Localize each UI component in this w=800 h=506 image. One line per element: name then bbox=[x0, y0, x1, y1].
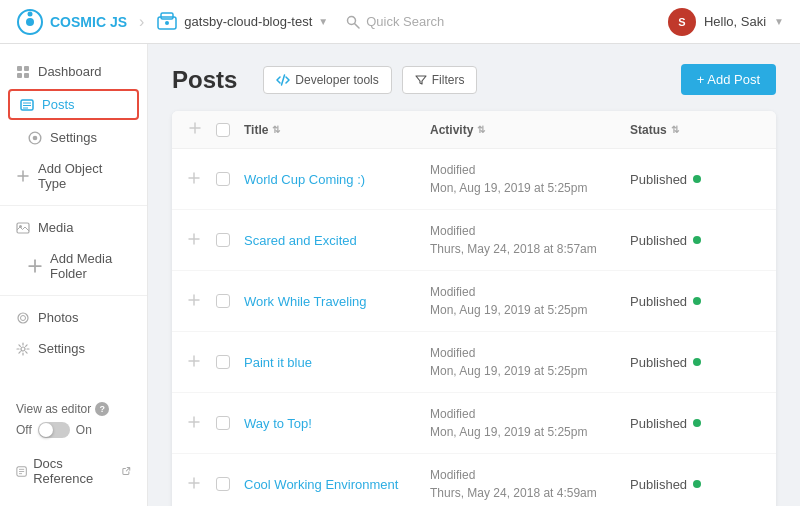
table-row: Work While Traveling Modified Mon, Aug 1… bbox=[172, 271, 776, 332]
table-add-icon[interactable] bbox=[188, 121, 208, 138]
settings-icon2 bbox=[16, 342, 30, 356]
row-title[interactable]: Scared and Excited bbox=[244, 233, 430, 248]
status-dot bbox=[693, 297, 701, 305]
row-title[interactable]: World Cup Coming :) bbox=[244, 172, 430, 187]
row-activity: Modified Mon, Aug 19, 2019 at 5:25pm bbox=[430, 283, 630, 319]
help-icon[interactable]: ? bbox=[95, 402, 109, 416]
nav-divider: › bbox=[139, 13, 144, 31]
filters-button[interactable]: Filters bbox=[402, 66, 478, 94]
row-activity: Modified Thurs, May 24, 2018 at 4:59am bbox=[430, 466, 630, 502]
row-status: Published bbox=[630, 233, 760, 248]
avatar[interactable]: S bbox=[668, 8, 696, 36]
page-header: Posts Developer tools Filters bbox=[172, 64, 776, 95]
table-header: Title ⇅ Activity ⇅ Status ⇅ bbox=[172, 111, 776, 149]
row-add-icon[interactable] bbox=[188, 476, 208, 492]
row-checkbox[interactable] bbox=[216, 477, 244, 491]
docs-ref-label: Docs Reference bbox=[33, 456, 113, 486]
row-title[interactable]: Way to Top! bbox=[244, 416, 430, 431]
add-object-type-icon bbox=[16, 169, 30, 183]
status-sort-icon[interactable]: ⇅ bbox=[671, 124, 679, 135]
row-title[interactable]: Work While Traveling bbox=[244, 294, 430, 309]
sidebar-item-label: Add Media Folder bbox=[50, 251, 131, 281]
row-activity: Modified Mon, Aug 19, 2019 at 5:25pm bbox=[430, 344, 630, 380]
select-all-checkbox[interactable] bbox=[216, 123, 230, 137]
status-dot bbox=[693, 419, 701, 427]
svg-rect-4 bbox=[161, 13, 173, 19]
top-navigation: COSMIC JS › gatsby-cloud-blog-test ▼ Qui… bbox=[0, 0, 800, 44]
row-checkbox[interactable] bbox=[216, 416, 244, 430]
sidebar-item-media[interactable]: Media bbox=[0, 212, 147, 243]
svg-line-31 bbox=[282, 75, 285, 85]
row-checkbox[interactable] bbox=[216, 233, 244, 247]
view-editor-label: View as editor ? bbox=[16, 402, 131, 416]
toggle-row: Off On bbox=[16, 422, 131, 438]
dev-tools-icon bbox=[276, 73, 290, 87]
row-checkbox[interactable] bbox=[216, 172, 244, 186]
row-add-icon[interactable] bbox=[188, 293, 208, 309]
view-as-editor-section: View as editor ? Off On bbox=[0, 392, 147, 448]
svg-rect-8 bbox=[17, 66, 22, 71]
svg-point-24 bbox=[18, 313, 28, 323]
table-header-check bbox=[216, 123, 244, 137]
svg-point-2 bbox=[28, 11, 33, 16]
developer-tools-button[interactable]: Developer tools bbox=[263, 66, 391, 94]
sidebar-item-label: Dashboard bbox=[38, 64, 102, 79]
svg-rect-11 bbox=[24, 73, 29, 78]
row-status: Published bbox=[630, 355, 760, 370]
sidebar-item-settings[interactable]: Settings bbox=[0, 122, 147, 153]
dev-tools-label: Developer tools bbox=[295, 73, 378, 87]
col-header-activity: Activity ⇅ bbox=[430, 123, 630, 137]
svg-point-26 bbox=[21, 347, 25, 351]
status-label: Published bbox=[630, 416, 687, 431]
docs-reference-link[interactable]: Docs Reference bbox=[0, 448, 147, 494]
activity-sort-icon[interactable]: ⇅ bbox=[477, 124, 485, 135]
row-title[interactable]: Cool Working Environment bbox=[244, 477, 430, 492]
table-body: World Cup Coming :) Modified Mon, Aug 19… bbox=[172, 149, 776, 506]
main-content: Posts Developer tools Filters bbox=[148, 44, 800, 506]
sidebar-item-photos[interactable]: Photos bbox=[0, 302, 147, 333]
row-title[interactable]: Paint it blue bbox=[244, 355, 430, 370]
title-sort-icon[interactable]: ⇅ bbox=[272, 124, 280, 135]
page-title: Posts bbox=[172, 66, 237, 94]
table-row: Paint it blue Modified Mon, Aug 19, 2019… bbox=[172, 332, 776, 393]
bucket-caret-icon: ▼ bbox=[318, 16, 328, 27]
sidebar-item-add-media-folder[interactable]: Add Media Folder bbox=[0, 243, 147, 289]
docs-icon bbox=[16, 465, 27, 478]
svg-point-1 bbox=[26, 18, 34, 26]
row-status: Published bbox=[630, 172, 760, 187]
filters-icon bbox=[415, 74, 427, 86]
layout: Dashboard Posts Settings Add Object bbox=[0, 44, 800, 506]
row-activity: Modified Thurs, May 24, 2018 at 8:57am bbox=[430, 222, 630, 258]
status-dot bbox=[693, 480, 701, 488]
bucket-selector[interactable]: gatsby-cloud-blog-test ▼ bbox=[156, 11, 328, 33]
search-bar[interactable]: Quick Search bbox=[346, 14, 444, 29]
view-editor-toggle[interactable] bbox=[38, 422, 70, 438]
row-checkbox[interactable] bbox=[216, 294, 244, 308]
logo[interactable]: COSMIC JS bbox=[16, 8, 127, 36]
svg-point-5 bbox=[165, 21, 169, 25]
row-checkbox[interactable] bbox=[216, 355, 244, 369]
sidebar-item-posts[interactable]: Posts bbox=[8, 89, 139, 120]
sidebar-item-label: Settings bbox=[50, 130, 97, 145]
sidebar-item-dashboard[interactable]: Dashboard bbox=[0, 56, 147, 87]
row-status: Published bbox=[630, 477, 760, 492]
row-add-icon[interactable] bbox=[188, 354, 208, 370]
sidebar-item-label: Photos bbox=[38, 310, 78, 325]
table-row: World Cup Coming :) Modified Mon, Aug 19… bbox=[172, 149, 776, 210]
row-add-icon[interactable] bbox=[188, 171, 208, 187]
row-add-icon[interactable] bbox=[188, 232, 208, 248]
sidebar-item-add-object-type[interactable]: Add Object Type bbox=[0, 153, 147, 199]
table-row: Scared and Excited Modified Thurs, May 2… bbox=[172, 210, 776, 271]
toggle-off-label: Off bbox=[16, 423, 32, 437]
topnav-right: S Hello, Saki ▼ bbox=[668, 8, 784, 36]
search-placeholder: Quick Search bbox=[366, 14, 444, 29]
svg-rect-9 bbox=[24, 66, 29, 71]
row-add-icon[interactable] bbox=[188, 415, 208, 431]
add-post-button[interactable]: + Add Post bbox=[681, 64, 776, 95]
sidebar-item-label: Posts bbox=[42, 97, 75, 112]
photos-icon bbox=[16, 311, 30, 325]
settings-icon bbox=[28, 131, 42, 145]
status-label: Published bbox=[630, 172, 687, 187]
sidebar-item-settings2[interactable]: Settings bbox=[0, 333, 147, 364]
sidebar-item-label: Media bbox=[38, 220, 73, 235]
